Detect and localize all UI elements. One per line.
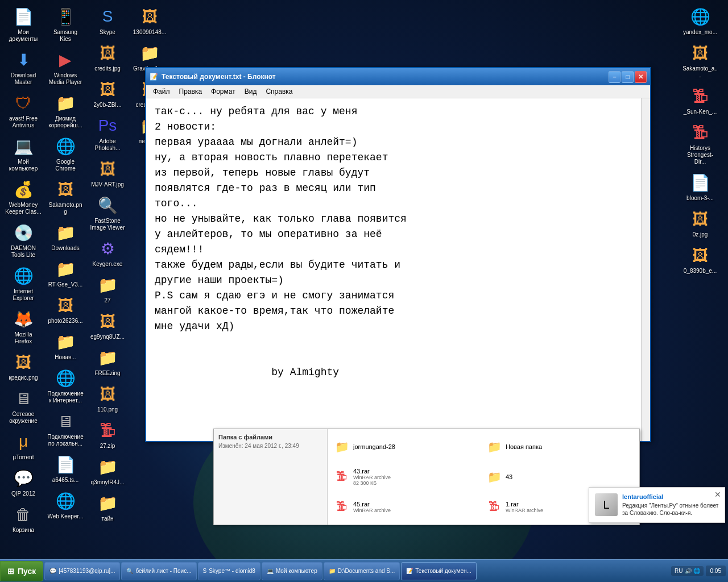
desktop-icon-podkl-inet[interactable]: 🌐 Подключение к Интернет... — [45, 364, 86, 406]
desktop-icon-photo[interactable]: 🖼 photo26236... — [45, 292, 86, 327]
podkl-inet-label: Подключение к Интернет... — [47, 390, 84, 404]
folder-27-icon: 📁 — [96, 273, 119, 296]
wmp-label: Windows Media Player — [47, 72, 84, 86]
start-icon: ⊞ — [7, 567, 14, 576]
systray-lang: RU — [675, 568, 682, 574]
desktop-icon-rt-gse[interactable]: 📁 RT-Gse_V3... — [45, 255, 86, 290]
notif-close-btn[interactable]: ✕ — [714, 490, 721, 499]
notepad-maximize-btn[interactable]: □ — [622, 71, 634, 83]
desktop-icon-2y0b[interactable]: 🖼 2y0b-ZBI... — [87, 76, 128, 111]
desktop-icon-utorrent[interactable]: μ µTorrent — [3, 428, 44, 463]
rt-gse-label: RT-Gse_V3... — [48, 281, 82, 288]
45rar-icon: 🗜 — [334, 499, 350, 515]
system-clock[interactable]: 0:05 — [706, 566, 726, 576]
taskbar-btn-notepad[interactable]: 📝 Текстовый докумен... — [401, 562, 477, 580]
desktop-icon-mjv-art[interactable]: 🖼 MJV-ART.jpg — [87, 155, 128, 190]
qip2012-icon: 💬 — [12, 467, 35, 489]
adobe-ps-icon: Ps — [96, 114, 119, 137]
historys-label: Historys Strongest-Dir... — [682, 145, 718, 165]
daemon-icon: 💿 — [12, 221, 35, 244]
notepad-scrollbar[interactable] — [641, 98, 650, 441]
desktop-icon-ie[interactable]: 🌐 Internet Explorer — [3, 262, 44, 304]
desktop-icon-setevoe[interactable]: 🖥 Сетевое окружение — [3, 385, 44, 427]
desktop-icon-zip-27[interactable]: 🗜 27.zip — [87, 417, 128, 452]
downloads-folder-label: Downloads — [51, 245, 79, 252]
desktop-icon-skype[interactable]: S Skype — [87, 3, 128, 38]
explorer-file-novaya-papka[interactable]: 📁 Новая папка — [485, 434, 635, 460]
desktop-icon-web-keeper[interactable]: 🌐 Web Keeper... — [45, 487, 86, 522]
notepad-title-text: Текстовый документ.txt - Блокнот — [162, 73, 276, 81]
notepad-menu-edit[interactable]: Правка — [175, 86, 207, 97]
notepad-title-icon: 📝 — [150, 73, 158, 81]
desktop-icon-my-computer[interactable]: 💻 Мой компьютер — [3, 132, 44, 174]
desktop-icon-a6465[interactable]: 📄 a6465.ts... — [45, 451, 86, 486]
desktop-icon-podkl-local[interactable]: 🖥 Подключение по локальн... — [45, 408, 86, 450]
desktop-icon-webmoney[interactable]: 💰 WebMoney Keeper Clas... — [3, 176, 44, 218]
taskbar-btn-mycomp[interactable]: 💻 Мой компьютер — [262, 562, 322, 580]
explorer-file-jormungand28[interactable]: 📁 jormungand-28 — [332, 434, 482, 460]
desktop-icon-historys[interactable]: 🗜 Historys Strongest-Dir... — [680, 119, 721, 168]
desktop-icon-novaya[interactable]: 📁 Новая... — [45, 328, 86, 363]
chrome-label: Google Chrome — [47, 159, 84, 172]
taskbar-btn-qip[interactable]: 💬 [457831193@qip.ru]... — [44, 562, 120, 580]
desktop-icon-keygen[interactable]: ⚙ Keygen.exe — [87, 235, 128, 270]
desktop-icon-credits-jpg[interactable]: 🖼 credits.jpg — [87, 39, 128, 74]
notepad-menu-help[interactable]: Справка — [261, 86, 297, 97]
0-8390b-label: 0_8390b_e... — [684, 268, 717, 275]
45rar-info: 45.rar WinRAR archive — [353, 501, 391, 513]
desktop-icon-downloads[interactable]: 📁 Downloads — [45, 219, 86, 254]
start-button[interactable]: ⊞ Пуск — [0, 561, 43, 581]
desktop-icon-qip2012[interactable]: 💬 QIP 2012 — [3, 464, 44, 500]
desktop-icon-firefox[interactable]: 🦊 Mozilla Firefox — [3, 305, 44, 347]
img-130-icon: 🖼 — [138, 5, 161, 28]
historys-icon: 🗜 — [689, 121, 712, 144]
notepad-menu-format[interactable]: Формат — [206, 86, 240, 97]
desktop-icon-yandex[interactable]: 🌐 yandex_mo... — [680, 3, 721, 38]
desktop-icon-avast[interactable]: 🛡 avast! Free Antivirus — [3, 89, 44, 131]
desktop-icon-q3mny[interactable]: 📁 q3mnyfR4J... — [87, 453, 128, 488]
desktop-icon-sakamoto[interactable]: 🖼 Sakamoto.png — [45, 176, 86, 218]
desktop-icon-tayn[interactable]: 📁 тайн — [87, 489, 128, 525]
desktop-icon-samsung-kies[interactable]: 📱 Samsung Kies — [45, 3, 86, 45]
desktop-icon-faststone[interactable]: 🔍 FastStone Image Viewer — [87, 192, 128, 234]
desktop-icon-daemon[interactable]: 💿 DAEMON Tools Lite — [3, 219, 44, 261]
desktop-icon-eg9ynq[interactable]: 🖼 eg9ynq8UZ... — [87, 307, 128, 343]
oz-jpg-icon: 🖼 — [689, 207, 712, 230]
desktop-icon-my-docs[interactable]: 📄 Мои документы — [3, 3, 44, 45]
systray-volume-icon[interactable]: 🔊 — [685, 568, 692, 574]
notepad-close-btn[interactable]: ✕ — [635, 71, 647, 83]
web-keeper-label: Web Keeper... — [47, 513, 83, 520]
desktop-icon-img-110[interactable]: 🖼 110.png — [87, 380, 128, 415]
adobe-ps-label: Adobe Photosh... — [89, 138, 126, 152]
zip-27-icon: 🗜 — [96, 419, 119, 442]
notification-popup: L lentaruofficial Редакция "Ленты.Ру" от… — [589, 487, 725, 523]
systray-network-icon[interactable]: 🌐 — [693, 568, 700, 574]
desktop-icon-folder-27[interactable]: 📁 27 — [87, 271, 128, 306]
desktop-icon-sakamoto-a[interactable]: 🖼 Sakamoto_a... — [680, 39, 721, 81]
notepad-minimize-btn[interactable]: – — [609, 71, 621, 83]
notepad-menu-view[interactable]: Вид — [240, 86, 262, 97]
desktop-icon-sun-ken[interactable]: 🗜 _Sun-Ken_... — [680, 82, 721, 118]
podkl-local-icon: 🖥 — [54, 410, 77, 433]
desktop-icon-wmp[interactable]: ▶ Windows Media Player — [45, 46, 86, 88]
taskbar-btn-search[interactable]: 🔍 бейлий лист - Поис... — [121, 562, 196, 580]
desktop-icon-korzina[interactable]: 🗑 Корзина — [3, 501, 44, 536]
desktop-icon-0-8390b[interactable]: 🖼 0_8390b_e... — [680, 242, 721, 277]
desktop-icon-img-130[interactable]: 🖼 130090148... — [129, 3, 170, 38]
desktop-icon-download-master[interactable]: ⬇ Download Master — [3, 46, 44, 88]
taskbar-btn-skype[interactable]: S Skype™ - diomid8 — [198, 562, 260, 580]
explorer-file-43rar[interactable]: 🗜 43.rar WinRAR archive 82 300 КБ — [332, 463, 482, 492]
explorer-file-45rar[interactable]: 🗜 45.rar WinRAR archive — [332, 493, 482, 520]
taskbar-btn-explorer[interactable]: 📁 D:\Documents and S... — [324, 562, 400, 580]
desktop-icon-chrome[interactable]: 🌐 Google Chrome — [45, 132, 86, 174]
desktop-icon-kredis[interactable]: 🖼 кредис.png — [3, 348, 44, 384]
notepad-menu-file[interactable]: Файл — [148, 86, 175, 97]
start-label: Пуск — [18, 567, 36, 576]
desktop-icon-diosmid[interactable]: 📁 Диомид корпорейш... — [45, 89, 86, 131]
desktop-icon-freezing[interactable]: 📁 FREEzing — [87, 344, 128, 379]
desktop-icon-adobe-ps[interactable]: Ps Adobe Photosh... — [87, 112, 128, 154]
notepad-titlebar[interactable]: 📝 Текстовый документ.txt - Блокнот – □ ✕ — [146, 68, 650, 85]
notepad-text-content[interactable]: так-с... ну ребята для вас у меня 2 ново… — [146, 98, 641, 441]
desktop-icon-bloom3[interactable]: 📄 bloom-3-... — [680, 169, 721, 204]
desktop-icon-oz-jpg[interactable]: 🖼 0z.jpg — [680, 205, 721, 240]
